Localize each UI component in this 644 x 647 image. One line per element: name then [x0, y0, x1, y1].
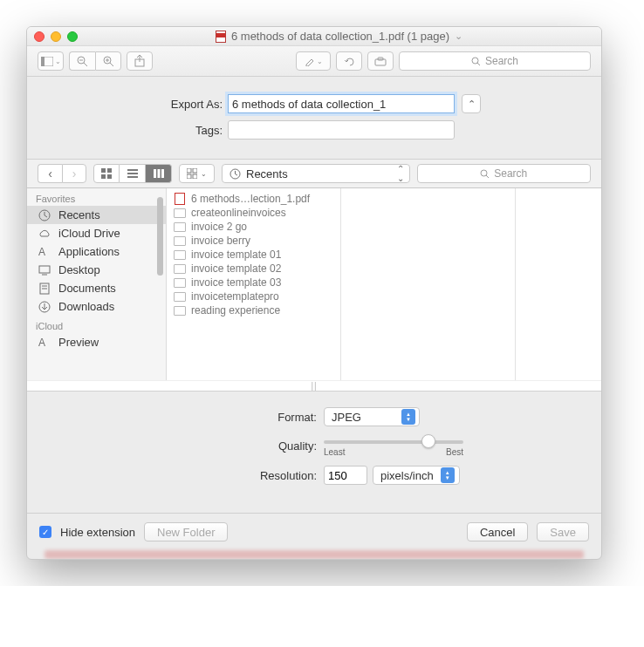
rotate-button[interactable]	[336, 51, 362, 71]
column-view-button[interactable]	[146, 164, 172, 183]
window-title: 6 methods of data collection_1.pdf (1 pa…	[231, 30, 449, 43]
svg-rect-38	[39, 266, 50, 273]
view-mode-segment	[93, 164, 172, 183]
browser-search-field[interactable]: Search	[417, 164, 592, 183]
pdf-icon	[216, 31, 226, 43]
search-placeholder: Search	[494, 167, 527, 180]
file-item[interactable]: reading experience	[167, 303, 340, 317]
svg-rect-16	[107, 168, 112, 173]
folder-icon	[174, 262, 186, 275]
file-item-label: invoice template 03	[191, 276, 281, 289]
folder-icon	[174, 235, 186, 247]
svg-line-36	[45, 215, 47, 217]
column-2	[516, 188, 601, 380]
file-item-label: invoice template 02	[191, 262, 281, 275]
zoom-out-button[interactable]	[69, 51, 95, 71]
sidebar-item-label: Downloads	[58, 300, 114, 313]
resolution-unit-select[interactable]: pixels/inch ▲▼	[373, 466, 460, 485]
down-icon	[38, 301, 51, 313]
svg-rect-22	[154, 169, 156, 178]
file-item[interactable]: 6 methods…lection_1.pdf	[167, 192, 340, 206]
list-view-button[interactable]	[120, 164, 146, 183]
save-button[interactable]: Save	[537, 522, 589, 541]
sidebar-item-documents[interactable]: Documents	[27, 279, 166, 297]
updown-arrows-icon: ⌃⌄	[397, 164, 404, 183]
title-disclosure-icon[interactable]: ⌄	[455, 31, 462, 42]
svg-point-32	[481, 170, 487, 176]
highlight-button[interactable]: ⌄	[296, 51, 331, 71]
quality-slider[interactable]	[324, 440, 463, 444]
doc-icon	[38, 283, 51, 295]
sidebar-scrollbar[interactable]	[157, 197, 163, 276]
window-shadow	[45, 550, 584, 559]
slider-thumb[interactable]	[421, 434, 435, 448]
nav-segment: ‹ ›	[38, 164, 86, 183]
file-item[interactable]: invoice template 03	[167, 276, 340, 289]
hide-extension-checkbox[interactable]: ✓	[39, 526, 51, 538]
sidebar-toggle-button[interactable]: ⌄	[38, 51, 64, 71]
svg-text:A: A	[38, 246, 45, 258]
sidebar-item-recents[interactable]: Recents	[27, 206, 166, 224]
clock-icon	[38, 209, 51, 221]
back-button[interactable]: ‹	[38, 164, 62, 183]
file-item-label: 6 methods…lection_1.pdf	[191, 193, 310, 205]
location-popup[interactable]: Recents ⌃⌄	[222, 164, 410, 183]
bottom-bar: ✓ Hide extension New Folder Cancel Save	[27, 513, 601, 550]
svg-rect-24	[161, 169, 164, 178]
sidebar-header: Favorites	[27, 188, 166, 206]
svg-rect-17	[101, 174, 106, 179]
apps-icon: A	[38, 337, 51, 349]
folder-icon	[174, 221, 186, 233]
export-as-label: Export As:	[53, 98, 228, 111]
resize-handle[interactable]: ||	[27, 380, 601, 391]
cancel-button[interactable]: Cancel	[467, 522, 528, 541]
svg-line-31	[236, 174, 238, 175]
sidebar-item-icloud-drive[interactable]: iCloud Drive	[27, 224, 166, 242]
svg-rect-25	[187, 168, 191, 173]
sidebar-item-preview[interactable]: APreview	[27, 333, 166, 351]
new-folder-button[interactable]: New Folder	[144, 522, 228, 541]
file-item-label: invoice berry	[191, 235, 250, 247]
sidebar-item-desktop[interactable]: Desktop	[27, 261, 166, 279]
file-item[interactable]: createonlineinvoices	[167, 206, 340, 220]
sidebar-item-applications[interactable]: AApplications	[27, 242, 166, 261]
file-item[interactable]: invoicetemplatepro	[167, 289, 340, 303]
search-field[interactable]: Search	[399, 51, 591, 71]
cloud-icon	[38, 228, 51, 240]
zoom-in-button[interactable]	[95, 51, 121, 71]
share-button[interactable]	[127, 51, 153, 71]
quality-least-label: Least	[324, 447, 345, 457]
close-traffic-light[interactable]	[34, 31, 45, 42]
collapse-panel-button[interactable]: ⌃	[462, 94, 481, 113]
svg-rect-18	[107, 174, 112, 179]
select-arrows-icon: ▲▼	[401, 409, 415, 425]
folder-icon	[174, 249, 186, 261]
file-item[interactable]: invoice 2 go	[167, 220, 340, 234]
file-item-label: createonlineinvoices	[191, 207, 286, 219]
minimize-traffic-light[interactable]	[51, 31, 61, 42]
markup-button[interactable]	[367, 51, 394, 71]
select-arrows-icon: ▲▼	[441, 467, 455, 483]
export-as-input[interactable]	[228, 94, 455, 113]
file-item[interactable]: invoice template 02	[167, 262, 340, 276]
clock-icon	[230, 168, 241, 180]
zoom-traffic-light[interactable]	[67, 31, 78, 42]
file-item[interactable]: invoice template 01	[167, 248, 340, 262]
icon-view-button[interactable]	[93, 164, 120, 183]
forward-button[interactable]: ›	[62, 164, 86, 183]
svg-rect-23	[157, 169, 160, 178]
search-icon	[471, 57, 481, 66]
file-item-label: invoice template 01	[191, 249, 281, 261]
resolution-input[interactable]	[324, 466, 367, 485]
resolution-label: Resolution:	[53, 469, 324, 482]
file-item[interactable]: invoice berry	[167, 234, 340, 248]
quality-label: Quality:	[53, 439, 324, 453]
format-select[interactable]: JPEG ▲▼	[324, 407, 420, 426]
arrange-button[interactable]: ⌄	[179, 164, 215, 183]
location-label: Recents	[246, 167, 288, 180]
pdf-icon	[174, 193, 186, 205]
sidebar-item-downloads[interactable]: Downloads	[27, 297, 166, 316]
main-toolbar: ⌄ ⌄ Search	[27, 46, 601, 77]
sidebar-header: iCloud	[27, 316, 166, 333]
tags-input[interactable]	[228, 120, 455, 140]
